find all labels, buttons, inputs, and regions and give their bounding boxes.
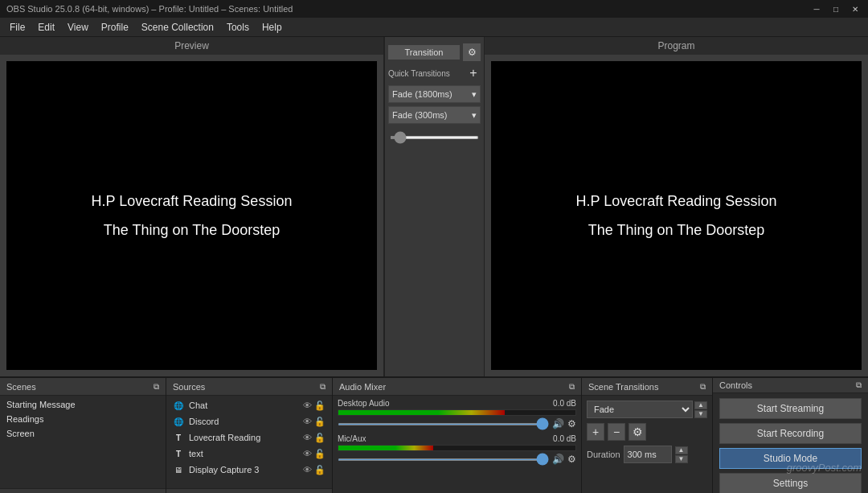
- source-lock-text[interactable]: 🔓: [314, 449, 326, 459]
- scene-item-screen[interactable]: Screen: [0, 426, 166, 441]
- watermark: groovyPost.com: [787, 462, 862, 474]
- menu-item-file[interactable]: File: [3, 20, 31, 35]
- source-visibility-lovecraft[interactable]: 👁: [303, 433, 312, 443]
- source-lock-discord[interactable]: 🔓: [314, 417, 326, 427]
- duration-spin-up[interactable]: ▲: [675, 446, 688, 454]
- quick-transitions-label: Quick Transitions: [388, 69, 450, 78]
- audio-mixer-panel: Audio Mixer ⧉ Desktop Audio 0.0 dB 🔊 ⚙: [333, 378, 582, 493]
- transitions-remove-button[interactable]: −: [608, 423, 625, 441]
- transition-panel: Transition ⚙ Quick Transitions + Fade (1…: [384, 37, 485, 376]
- source-icon-text: T: [173, 448, 184, 459]
- transition-type-select[interactable]: Fade Cut Swipe: [587, 401, 693, 418]
- menu-item-view[interactable]: View: [61, 20, 95, 35]
- bottom-area: Scenes ⧉ Starting Message Readings Scree…: [0, 376, 868, 493]
- transitions-add-button[interactable]: +: [587, 423, 604, 441]
- source-visibility-chat[interactable]: 👁: [303, 401, 312, 411]
- duration-spin-down[interactable]: ▼: [675, 455, 688, 463]
- desktop-audio-label: Desktop Audio: [338, 399, 390, 408]
- minimize-button[interactable]: ─: [810, 2, 823, 15]
- sources-header-icon[interactable]: ⧉: [320, 382, 326, 392]
- desktop-audio-settings-button[interactable]: ⚙: [567, 418, 576, 429]
- source-label-discord: Discord: [189, 417, 219, 426]
- desktop-audio-volume-slider[interactable]: [338, 423, 549, 425]
- fade2-dropdown[interactable]: Fade (300ms) ▾: [388, 106, 481, 124]
- settings-button[interactable]: Settings: [719, 473, 862, 493]
- mic-aux-meter: [338, 445, 576, 451]
- fade1-dropdown[interactable]: Fade (1800ms) ▾: [388, 85, 481, 103]
- menu-item-scene-collection[interactable]: Scene Collection: [135, 20, 220, 35]
- menu-item-edit[interactable]: Edit: [31, 20, 61, 35]
- scene-transitions-header: Scene Transitions ⧉: [582, 378, 712, 396]
- mic-aux-meter-fill: [338, 446, 433, 450]
- audio-channel-desktop: Desktop Audio 0.0 dB 🔊 ⚙: [338, 399, 576, 429]
- desktop-audio-db: 0.0 dB: [553, 399, 576, 408]
- transition-slider[interactable]: [390, 136, 479, 139]
- preview-line2: The Thing on The Doorstep: [104, 216, 280, 244]
- transition-spin-up[interactable]: ▲: [694, 401, 707, 409]
- source-lock-chat[interactable]: 🔓: [314, 401, 326, 411]
- duration-input[interactable]: [624, 446, 672, 463]
- source-item-discord[interactable]: 🌐 Discord 👁 🔓: [166, 413, 332, 429]
- menu-item-profile[interactable]: Profile: [95, 20, 135, 35]
- menu-item-help[interactable]: Help: [256, 20, 289, 35]
- close-button[interactable]: ✕: [849, 2, 862, 15]
- controls-header-icon[interactable]: ⧉: [856, 380, 862, 390]
- source-label-lovecraft: Lovecraft Reading: [189, 433, 260, 442]
- controls-content: Start Streaming Start Recording Studio M…: [713, 393, 868, 493]
- transition-button[interactable]: Transition: [388, 45, 460, 60]
- source-icon-display: 🖥: [173, 464, 184, 475]
- scene-item-readings[interactable]: Readings: [0, 412, 166, 426]
- source-lock-lovecraft[interactable]: 🔓: [314, 433, 326, 443]
- program-line1: H.P Lovecraft Reading Session: [576, 187, 777, 216]
- source-visibility-display[interactable]: 👁: [303, 465, 312, 475]
- transition-spin-down[interactable]: ▼: [694, 410, 707, 418]
- source-item-text[interactable]: T text 👁 🔓: [166, 446, 332, 462]
- quick-transitions-add-button[interactable]: +: [466, 66, 481, 80]
- source-item-display[interactable]: 🖥 Display Capture 3 👁 🔓: [166, 462, 332, 478]
- menu-bar: FileEditViewProfileScene CollectionTools…: [0, 18, 868, 37]
- maximize-button[interactable]: □: [829, 2, 842, 15]
- source-lock-display[interactable]: 🔓: [314, 465, 326, 475]
- audio-mixer-header-icon[interactable]: ⧉: [569, 382, 575, 392]
- preview-panel: Preview H.P Lovecraft Reading Session Th…: [0, 37, 384, 376]
- desktop-audio-mute-button[interactable]: 🔊: [552, 418, 564, 429]
- source-item-chat[interactable]: 🌐 Chat 👁 🔓: [166, 397, 332, 413]
- scenes-footer: + − ▲ ▼: [0, 488, 166, 493]
- start-streaming-button[interactable]: Start Streaming: [719, 398, 862, 419]
- source-label-text: text: [189, 449, 203, 458]
- source-visibility-discord[interactable]: 👁: [303, 417, 312, 427]
- scene-transitions-content: Fade Cut Swipe ▲ ▼ + − ⚙ Duration ▲: [582, 396, 712, 493]
- audio-mixer-header: Audio Mixer ⧉: [333, 378, 581, 396]
- program-line2: The Thing on The Doorstep: [588, 216, 764, 244]
- program-label: Program: [485, 37, 868, 55]
- scenes-header-label: Scenes: [6, 382, 36, 392]
- menu-item-tools[interactable]: Tools: [220, 20, 256, 35]
- audio-channels: Desktop Audio 0.0 dB 🔊 ⚙ Mic/Aux 0.0 dB: [333, 396, 581, 493]
- transition-gear-button[interactable]: ⚙: [463, 43, 481, 61]
- mic-aux-volume-slider[interactable]: [338, 458, 549, 461]
- mic-aux-label: Mic/Aux: [338, 434, 366, 443]
- preview-label: Preview: [0, 37, 383, 55]
- scenes-panel: Scenes ⧉ Starting Message Readings Scree…: [0, 378, 166, 493]
- scene-transitions-header-icon[interactable]: ⧉: [700, 382, 706, 392]
- mic-aux-settings-button[interactable]: ⚙: [567, 454, 576, 465]
- start-recording-button[interactable]: Start Recording: [719, 423, 862, 444]
- program-screen: H.P Lovecraft Reading Session The Thing …: [491, 61, 862, 370]
- transitions-gear-button[interactable]: ⚙: [628, 423, 646, 441]
- scene-item-starting[interactable]: Starting Message: [0, 397, 166, 412]
- preview-line1: H.P Lovecraft Reading Session: [92, 187, 293, 216]
- sources-list: 🌐 Chat 👁 🔓 🌐 Discord 👁 🔓 T Lovecraft Rea…: [166, 396, 332, 488]
- source-icon-discord: 🌐: [173, 416, 184, 427]
- mic-aux-mute-button[interactable]: 🔊: [552, 454, 564, 465]
- title-bar: OBS Studio 25.0.8 (64-bit, windows) – Pr…: [0, 0, 868, 18]
- source-item-lovecraft[interactable]: T Lovecraft Reading 👁 🔓: [166, 429, 332, 446]
- sources-footer: + − ⚙ ▲ ▼: [166, 488, 332, 493]
- desktop-audio-meter-fill: [338, 410, 505, 415]
- scenes-header-icon[interactable]: ⧉: [154, 382, 159, 392]
- transition-slider-container: [388, 127, 481, 145]
- mic-aux-db: 0.0 dB: [553, 434, 576, 443]
- desktop-audio-meter: [338, 409, 576, 416]
- scene-transitions-panel: Scene Transitions ⧉ Fade Cut Swipe ▲ ▼ +…: [582, 378, 713, 493]
- source-icon-chat: 🌐: [173, 400, 184, 411]
- source-visibility-text[interactable]: 👁: [303, 449, 312, 459]
